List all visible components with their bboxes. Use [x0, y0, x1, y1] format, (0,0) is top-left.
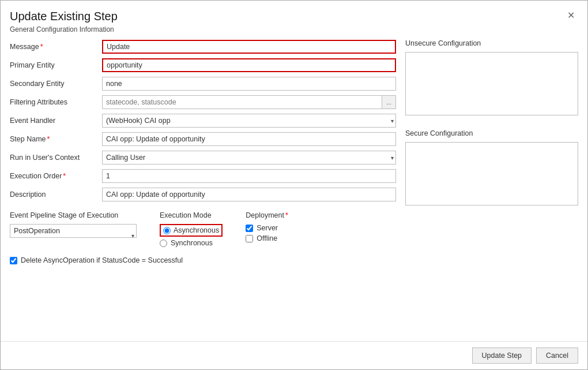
pipeline-title: Event Pipeline Stage of Execution — [10, 211, 137, 219]
async-radio[interactable] — [163, 227, 171, 234]
filtering-label: Filtering Attributes — [10, 98, 102, 106]
message-label: Message* — [10, 43, 102, 51]
run-context-select[interactable]: Calling User — [102, 151, 396, 165]
offline-checkbox-row: Offline — [246, 234, 288, 242]
dialog-title: Update Existing Step — [10, 10, 118, 23]
run-context-label: Run in User's Context — [10, 154, 102, 162]
delete-async-row: Delete AsyncOperation if StatusCode = Su… — [10, 256, 396, 264]
content-area: Message* Primary Entity Secondary Entity… — [1, 33, 587, 341]
server-checkbox-row: Server — [246, 224, 288, 232]
secure-config-label: Secure Configuration — [405, 129, 578, 137]
delete-async-checkbox[interactable] — [10, 257, 17, 264]
primary-entity-input[interactable] — [102, 58, 396, 72]
sync-radio-row: Synchronous — [160, 239, 223, 247]
pipeline-select[interactable]: PostOperation PreValidation PreOperation — [10, 224, 137, 238]
event-handler-row: Event Handler (WebHook) CAI opp ▾ — [10, 113, 396, 128]
server-checkbox[interactable] — [246, 225, 253, 232]
unsecure-config-textarea[interactable] — [405, 52, 578, 115]
unsecure-config-section: Unsecure Configuration — [405, 39, 578, 115]
filtering-row: Filtering Attributes ... — [10, 95, 396, 110]
execution-order-row: Execution Order* — [10, 169, 396, 184]
message-row: Message* — [10, 39, 396, 54]
cancel-button[interactable]: Cancel — [536, 347, 578, 364]
async-highlight-box: Asynchronous — [160, 224, 223, 237]
right-panel: Unsecure Configuration Secure Configurat… — [405, 39, 578, 341]
secure-config-textarea[interactable] — [405, 142, 578, 205]
execution-mode-title: Execution Mode — [160, 211, 223, 219]
unsecure-config-label: Unsecure Configuration — [405, 39, 578, 47]
async-radio-row: Asynchronous — [160, 224, 223, 237]
description-row: Description — [10, 187, 396, 202]
close-button[interactable]: ✕ — [564, 10, 578, 21]
dialog-subtitle: General Configuration Information — [10, 25, 118, 33]
delete-async-label: Delete AsyncOperation if StatusCode = Su… — [21, 256, 183, 264]
bottom-options: Event Pipeline Stage of Execution PostOp… — [10, 211, 396, 247]
run-context-row: Run in User's Context Calling User ▾ — [10, 150, 396, 165]
run-context-select-wrapper: Calling User ▾ — [102, 151, 396, 165]
pipeline-section: Event Pipeline Stage of Execution PostOp… — [10, 210, 396, 247]
title-bar: Update Existing Step General Configurati… — [1, 1, 587, 33]
deployment-group: Deployment* Server Offline — [246, 211, 288, 247]
sync-label: Synchronous — [171, 239, 213, 247]
primary-entity-row: Primary Entity — [10, 58, 396, 73]
primary-entity-label: Primary Entity — [10, 61, 102, 69]
title-section: Update Existing Step General Configurati… — [10, 10, 118, 33]
server-label: Server — [257, 224, 278, 232]
step-name-input[interactable] — [102, 132, 396, 146]
event-handler-select[interactable]: (WebHook) CAI opp — [102, 114, 396, 128]
offline-checkbox[interactable] — [246, 235, 253, 242]
event-handler-label: Event Handler — [10, 117, 102, 125]
execution-order-input[interactable] — [102, 169, 396, 183]
event-handler-select-wrapper: (WebHook) CAI opp ▾ — [102, 114, 396, 128]
pipeline-group: Event Pipeline Stage of Execution PostOp… — [10, 211, 137, 247]
step-name-label: Step Name* — [10, 135, 102, 143]
update-step-button[interactable]: Update Step — [472, 347, 532, 364]
filtering-input[interactable] — [102, 95, 382, 109]
secondary-entity-input[interactable] — [102, 77, 396, 91]
execution-mode-group: Execution Mode Asynchronous Synchronous — [160, 211, 223, 247]
description-input[interactable] — [102, 188, 396, 201]
secure-config-section: Secure Configuration — [405, 129, 578, 205]
async-label: Asynchronous — [174, 226, 219, 234]
message-input[interactable] — [102, 40, 396, 54]
secondary-entity-row: Secondary Entity — [10, 76, 396, 91]
execution-order-label: Execution Order* — [10, 172, 102, 180]
secondary-entity-label: Secondary Entity — [10, 80, 102, 88]
step-name-row: Step Name* — [10, 132, 396, 147]
filtering-button[interactable]: ... — [382, 95, 396, 109]
dialog: Update Existing Step General Configurati… — [0, 0, 588, 370]
deployment-title: Deployment* — [246, 211, 288, 219]
left-panel: Message* Primary Entity Secondary Entity… — [10, 39, 396, 341]
offline-label: Offline — [257, 234, 277, 242]
description-label: Description — [10, 190, 102, 199]
footer: Update Step Cancel — [1, 341, 587, 369]
sync-radio[interactable] — [160, 240, 167, 247]
pipeline-select-wrapper: PostOperation PreValidation PreOperation… — [10, 224, 137, 247]
